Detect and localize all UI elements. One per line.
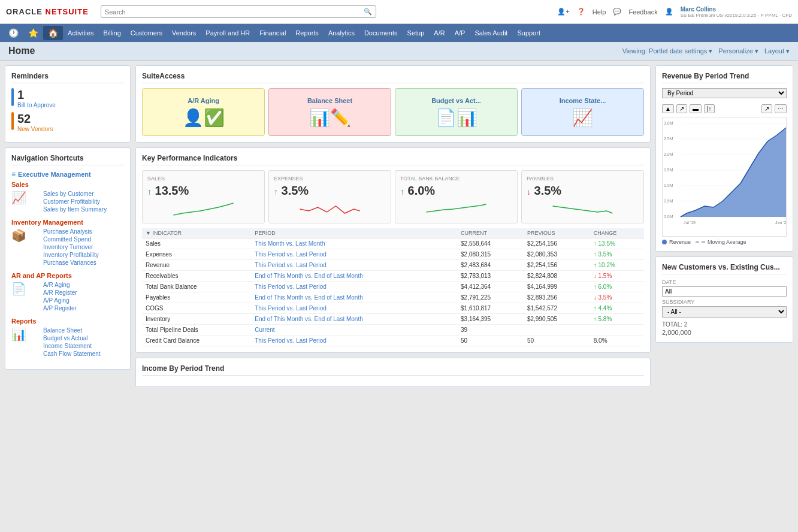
chart-btn-line[interactable]: ↗ (676, 104, 687, 113)
kpi-row-change: ↑ 4.4% (590, 303, 644, 314)
chart-btn-area[interactable]: ▲ (662, 104, 674, 113)
suite-card-income[interactable]: Income State... 📈 (521, 88, 644, 136)
shortcuts-arap: AR and AP Reports 📄 A/R Aging A/R Regist… (11, 272, 124, 313)
kpi-table-row: COGSThis Period vs. Last Period$1,610,81… (142, 303, 644, 314)
link-budget-actual[interactable]: Budget vs Actual (43, 335, 101, 341)
kpi-sparkline-expenses (274, 200, 386, 218)
date-input[interactable] (662, 286, 787, 297)
nav-payroll[interactable]: Payroll and HR (201, 26, 255, 40)
revenue-chart-area: 3.0M 2.5M 2.0M 1.5M 1.0M 0.5M 0.0M (662, 117, 787, 237)
nav-billing[interactable]: Billing (98, 26, 125, 40)
help-icon[interactable]: ❓ (577, 8, 585, 16)
kpi-row-period[interactable]: This Month vs. Last Month (251, 238, 457, 249)
nav-activities[interactable]: Activities (63, 26, 98, 40)
link-sales-by-customer[interactable]: Sales by Customer (43, 191, 107, 197)
sparkline-payables-svg (527, 200, 639, 218)
personalize-link[interactable]: Personalize ▾ (718, 47, 758, 55)
kpi-value-payables: ↓ 3.5% (527, 184, 639, 198)
legend-dot-revenue (662, 240, 667, 244)
chart-btn-column[interactable]: |↑ (704, 104, 715, 113)
link-ar-aging[interactable]: A/R Aging (43, 282, 77, 288)
link-ap-aging[interactable]: A/P Aging (43, 297, 77, 304)
kpi-row-indicator: Total Bank Balance (142, 282, 251, 292)
reminder-bar-orange (11, 112, 14, 130)
add-icon[interactable]: 👤+ (557, 8, 569, 16)
nav-sales-audit[interactable]: Sales Audit (470, 26, 512, 40)
chart-btn-trend1[interactable]: ↗ (761, 104, 772, 113)
link-ap-register[interactable]: A/P Register (43, 305, 77, 312)
nav-ap[interactable]: A/P (450, 26, 470, 40)
kpi-row-change: ↑ 10.2% (590, 260, 644, 271)
kpi-card-payables: PAYABLES ↓ 3.5% (521, 170, 644, 223)
chart-btn-bar[interactable]: ▬ (690, 104, 702, 113)
kpi-label-bank: TOTAL BANK BALANCE (400, 176, 512, 182)
nav-star-icon[interactable]: ⭐ (23, 26, 43, 40)
help-label: Help (593, 8, 606, 16)
kpi-row-period[interactable]: Current (251, 325, 457, 335)
nav-ar[interactable]: A/R (429, 26, 449, 40)
kpi-row-indicator: Receivables (142, 271, 251, 282)
suite-card-ar-aging[interactable]: A/R Aging 👤✅ (142, 88, 265, 136)
user-sub: SS EE Premium US-v2019.2.0.3.25 - P PPML… (681, 13, 792, 18)
link-ar-register[interactable]: A/R Register (43, 289, 77, 296)
nav-documents[interactable]: Documents (359, 26, 403, 40)
revenue-period-select[interactable]: By Period (662, 88, 787, 98)
search-input[interactable] (105, 8, 364, 16)
suite-card-income-icon: 📈 (572, 108, 593, 128)
link-customer-profitability[interactable]: Customer Profitability (43, 198, 107, 205)
kpi-row-period[interactable]: This Period vs. Last Period (251, 335, 457, 346)
user-icon[interactable]: 👤 (665, 8, 673, 16)
suite-card-budget-icon: 📄📊 (436, 108, 477, 128)
nav-customers[interactable]: Customers (126, 26, 167, 40)
search-bar[interactable]: 🔍 (101, 5, 376, 18)
kpi-row-period[interactable]: End of This Month vs. End of Last Month (251, 314, 457, 325)
search-icon[interactable]: 🔍 (364, 8, 372, 16)
link-income-statement[interactable]: Income Statement (43, 343, 101, 349)
kpi-table-row: SalesThis Month vs. Last Month$2,558,644… (142, 238, 644, 249)
kpi-portlet: Key Performance Indicators SALES ↑ 13.5% (135, 147, 651, 353)
feedback-icon[interactable]: 💬 (613, 8, 621, 16)
link-cash-flow[interactable]: Cash Flow Statement (43, 350, 101, 357)
kpi-row-period[interactable]: End of This Month vs. End of Last Month (251, 271, 457, 282)
revenue-trend-portlet: Revenue By Period Trend By Period ▲ ↗ ▬ … (655, 65, 793, 252)
link-purchase-variances[interactable]: Purchase Variances (43, 259, 99, 266)
revenue-trend-title: Revenue By Period Trend (662, 72, 787, 83)
kpi-row-previous: $2,824,808 (524, 271, 590, 282)
subsidiary-select[interactable]: - All - (662, 306, 787, 318)
link-balance-sheet[interactable]: Balance Sheet (43, 327, 101, 334)
link-inventory-turnover[interactable]: Inventory Turnover (43, 244, 99, 250)
nav-financial[interactable]: Financial (255, 26, 291, 40)
reminder-vendors-label[interactable]: New Vendors (17, 126, 53, 132)
kpi-row-period[interactable]: End of This Month vs. End of Last Month (251, 292, 457, 303)
exec-mgmt-link[interactable]: ≡ Executive Management (11, 170, 124, 179)
nav-reports[interactable]: Reports (291, 26, 324, 40)
kpi-row-period[interactable]: This Period vs. Last Period (251, 282, 457, 292)
link-purchase-analysis[interactable]: Purchase Analysis (43, 228, 99, 235)
nav-bar: 🕐 ⭐ 🏠 Activities Billing Customers Vendo… (0, 24, 798, 42)
suite-card-balance[interactable]: Balance Sheet 📊✏️ (268, 88, 391, 136)
nc-total: TOTAL: 2 (662, 321, 787, 328)
shortcuts-title: Navigation Shortcuts (11, 154, 124, 165)
layout-link[interactable]: Layout ▾ (764, 47, 790, 55)
kpi-row-previous (524, 325, 590, 335)
link-inventory-profitability[interactable]: Inventory Profitability (43, 252, 99, 258)
nav-vendors[interactable]: Vendors (167, 26, 201, 40)
link-sales-item-summary[interactable]: Sales by Item Summary (43, 206, 107, 213)
nav-analytics[interactable]: Analytics (324, 26, 359, 40)
reminder-bills-label[interactable]: Bill to Approve (17, 102, 56, 108)
viewing-portlet-link[interactable]: Viewing: Portlet date settings ▾ (622, 47, 713, 55)
suite-card-budget[interactable]: Budget vs Act... 📄📊 (395, 88, 518, 136)
nav-support[interactable]: Support (512, 26, 545, 40)
chart-btn-trend2[interactable]: ⋯ (775, 104, 787, 113)
nav-setup[interactable]: Setup (403, 26, 430, 40)
kpi-row-period[interactable]: This Period vs. Last Period (251, 249, 457, 260)
shortcuts-inventory-title: Inventory Management (11, 219, 124, 226)
kpi-row-period[interactable]: This Period vs. Last Period (251, 303, 457, 314)
kpi-row-period[interactable]: This Period vs. Last Period (251, 260, 457, 271)
nav-clock-icon[interactable]: 🕐 (4, 26, 23, 40)
kpi-row-current: $2,080,315 (457, 249, 524, 260)
suite-card-balance-label: Balance Sheet (307, 97, 352, 104)
link-committed-spend[interactable]: Committed Spend (43, 236, 99, 243)
suite-card-balance-icon: 📊✏️ (309, 108, 351, 128)
nav-home-icon[interactable]: 🏠 (43, 26, 63, 40)
